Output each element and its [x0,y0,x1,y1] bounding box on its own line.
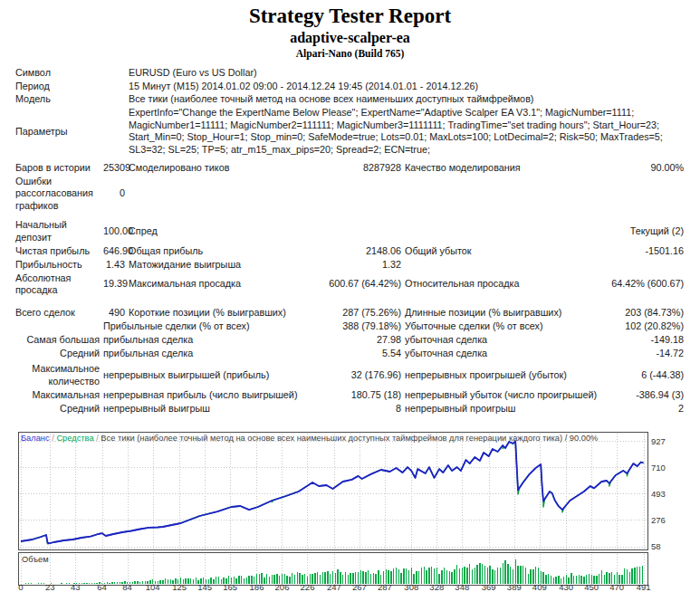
svg-text:125: 125 [172,582,187,592]
stat-cell: -1501.16 [566,244,686,258]
page-title: Strategy Tester Report [0,5,700,28]
stats-table: СимволEURUSD (Euro vs US Dollar)Период15… [14,66,686,415]
stat-cell: 102 (20.82%) [566,320,686,333]
stat-row: Ошибки рассогласования графиков0 [14,175,686,213]
stat-cell: 490 [101,306,127,320]
stat-cell: 25309 [101,161,127,175]
volume-label: Объем [22,555,49,564]
svg-text:276: 276 [651,515,666,525]
stat-cell-empty [403,258,686,272]
ea-name: adaptive-scalper-ea [0,30,700,46]
stat-row: ПараметрыExpertInfo="Change the ExpertNa… [14,107,686,157]
stat-cell: Прибыльные сделки (% от всех) [101,320,299,333]
stat-cell: Абсолютная просадка [14,272,101,297]
stat-cell-empty [127,175,686,213]
svg-text:450: 450 [584,582,599,592]
svg-text:58: 58 [651,541,661,551]
stat-row: Самая большаяприбыльная сделка27.98убыто… [14,333,686,347]
svg-text:64: 64 [97,582,107,592]
spacer-row [14,297,686,306]
stat-cell: 203 (84.73%) [566,306,686,320]
svg-text:493: 493 [651,489,666,499]
stat-cell: Смоделировано тиков [127,161,299,175]
stat-cell-empty [14,320,101,333]
stat-cell: Символ [14,66,127,80]
stat-cell: Общая прибыль [127,244,299,258]
stat-cell: прибыльная сделка [101,347,299,360]
stat-row: МодельВсе тики (наиболее точный метод на… [14,93,686,107]
stat-cell: 646.90 [101,244,127,258]
stat-cell: 2148.06 [299,244,403,258]
stat-row: Абсолютная просадка19.39Максимальная про… [14,272,686,297]
stat-cell: -14.72 [566,347,686,360]
stat-cell: Самая большая [14,333,101,347]
stat-cell: непрерывных проигрышей (убыток) [403,363,566,388]
stat-cell: 64.42% (600.67) [566,272,686,297]
svg-text:226: 226 [301,582,315,592]
stat-cell: 8 [299,402,403,415]
stat-cell: прибыльная сделка [101,333,299,347]
stat-row: СимволEURUSD (Euro vs US Dollar) [14,66,686,80]
stat-cell: Прибыльность [14,258,101,272]
stat-row: Максимальное количествонепрерывных выигр… [14,363,686,388]
stat-row: Максимальнаянепрерывная прибыль (число в… [14,388,686,402]
y-axis-labels: 92771049327658 [651,436,666,551]
stat-cell: убыточная сделка [403,347,566,360]
stat-cell: Модель [14,93,127,107]
stat-row: Среднийприбыльная сделка5.54убыточная сд… [14,347,686,360]
chart-legend: Баланс / Средства / Все тики (наиболее т… [21,434,598,443]
svg-text:247: 247 [327,582,341,592]
stat-cell: Качество моделирования [403,161,566,175]
stat-cell: непрерывный убыток (число проигрышей) [403,388,566,402]
stat-cell: 100.00 [101,219,127,244]
stat-row: Прибыльные сделки (% от всех)388 (79.18%… [14,320,686,333]
stat-cell: Ошибки рассогласования графиков [14,175,101,213]
stat-cell: убыточная сделка [403,333,566,347]
stat-cell: 287 (75.26%) [299,306,403,320]
stat-cell: Максимальная просадка [127,272,299,297]
svg-text:409: 409 [532,582,547,592]
stat-cell: 0 [101,175,127,213]
stat-cell: 32 (176.96) [299,363,403,388]
spacer-cell [14,213,686,219]
svg-text:145: 145 [197,582,212,592]
stat-cell: 1.43 [101,258,127,272]
stat-cell-empty [299,219,403,244]
svg-text:84: 84 [122,582,132,592]
stat-cell: Матожидание выигрыша [127,258,299,272]
stat-row: Среднийнепрерывный выигрыш8непрерывный п… [14,402,686,415]
svg-text:206: 206 [275,582,290,592]
stat-cell: 19.39 [101,272,127,297]
svg-text:186: 186 [250,582,264,592]
svg-text:369: 369 [482,582,496,592]
stat-cell: Средний [14,347,101,360]
stat-cell: непрерывных выигрышей (прибыль) [101,363,299,388]
stat-cell: Относительная просадка [403,272,566,297]
stat-cell: Текущий (2) [403,219,686,244]
stat-cell: непрерывная прибыль (число выигрышей) [101,388,299,402]
stat-cell: EURUSD (Euro vs US Dollar) [127,66,686,80]
svg-text:348: 348 [455,582,469,592]
balance-pane [19,433,648,550]
stat-cell: 15 Минут (M15) 2014.01.02 09:00 - 2014.1… [127,80,686,93]
stat-cell: 600.67 (64.42%) [299,272,403,297]
svg-text:104: 104 [146,582,160,592]
stat-cell: Всего сделок [14,306,101,320]
stat-row: Чистая прибыль646.90Общая прибыль2148.06… [14,244,686,258]
svg-text:328: 328 [429,582,444,592]
svg-text:470: 470 [609,582,624,592]
stat-cell: 180.75 (18) [299,388,403,402]
stat-row: Всего сделок490Короткие позиции (% выигр… [14,306,686,320]
stat-cell: Спред [127,219,299,244]
svg-text:430: 430 [559,582,573,592]
server-build: Alpari-Nano (Build 765) [0,48,700,59]
stat-cell: непрерывный выигрыш [101,402,299,415]
stat-cell: Убыточные сделки (% от всех) [403,320,566,333]
svg-text:267: 267 [352,582,367,592]
stat-cell: 90.00% [566,161,686,175]
stat-cell: Все тики (наиболее точный метод на основ… [127,93,686,107]
stat-cell: Общий убыток [403,244,566,258]
svg-text:389: 389 [507,582,522,592]
stat-cell: 27.98 [299,333,403,347]
svg-text:165: 165 [223,582,237,592]
